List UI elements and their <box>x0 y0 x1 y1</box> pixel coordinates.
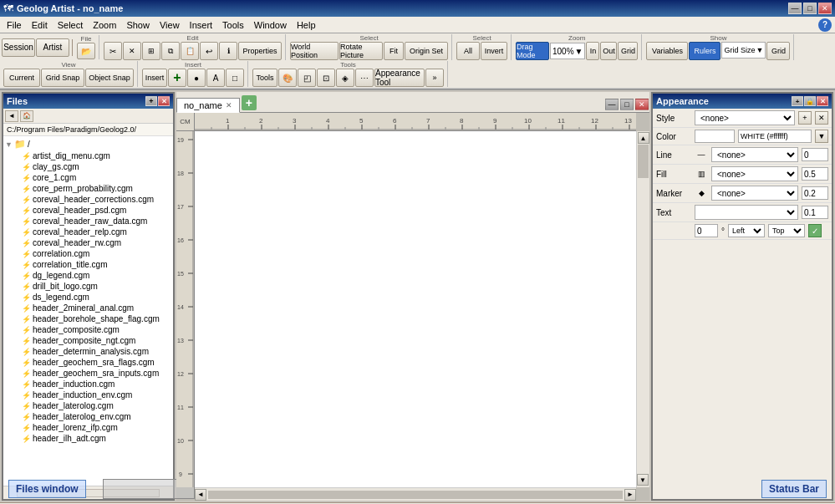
shape-circle-button[interactable]: ● <box>187 69 206 87</box>
fill-opacity-input[interactable] <box>802 167 828 181</box>
file-item[interactable]: ⚡ds_legend.cgm <box>5 292 171 303</box>
shape-sq-button[interactable]: □ <box>226 69 244 87</box>
text-select[interactable] <box>695 205 798 220</box>
marker-size-input[interactable] <box>802 186 828 200</box>
select-all-button[interactable]: All <box>456 42 480 60</box>
variables-button[interactable]: Variables <box>646 42 688 60</box>
fill-select[interactable]: <none> <box>711 166 798 181</box>
file-item[interactable]: ⚡header_induction.cgm <box>5 379 171 389</box>
menu-item-tools[interactable]: Tools <box>217 18 249 32</box>
menu-item-help[interactable]: Help <box>292 18 321 32</box>
file-item[interactable]: ⚡coreval_header_rw.cgm <box>5 237 171 248</box>
files-scrollbar-h[interactable] <box>3 486 173 499</box>
menu-item-window[interactable]: Window <box>249 18 292 32</box>
expand-toolbar-button[interactable]: » <box>425 69 444 87</box>
file-item[interactable]: ⚡header_borehole_shape_flag.cgm <box>5 313 171 324</box>
appearance-panel-close-button[interactable]: ✕ <box>817 96 828 106</box>
color-expand-btn[interactable]: ▼ <box>815 130 828 143</box>
file-item[interactable]: ⚡core_perm_probability.cgm <box>5 183 171 194</box>
align-left-select[interactable]: Left <box>728 224 765 237</box>
delete-button[interactable]: ✕ <box>123 42 141 60</box>
undo-button[interactable]: ↩ <box>200 42 218 60</box>
shape-text-button[interactable]: A <box>206 69 225 87</box>
file-item[interactable]: ⚡correlation_title.cgm <box>5 259 171 270</box>
invert-button[interactable]: Invert <box>481 42 507 60</box>
marker-select[interactable]: <none> <box>711 186 798 201</box>
grid-snap-button[interactable]: Grid Snap <box>41 69 84 87</box>
appearance-panel-lock-btn[interactable]: 🔒 <box>804 96 816 106</box>
rulers-button[interactable]: Rulers <box>689 42 720 60</box>
file-item[interactable]: ⚡header_2mineral_anal.cgm <box>5 303 171 313</box>
help-icon[interactable]: ? <box>818 18 832 32</box>
fit-button[interactable]: Fit <box>384 42 404 60</box>
file-item[interactable]: ⚡header_composite.cgm <box>5 324 171 335</box>
angle-input[interactable] <box>695 224 718 237</box>
canvas-win-min[interactable]: — <box>605 99 619 110</box>
root-folder[interactable]: ▼ 📁 / <box>5 138 171 150</box>
file-item[interactable]: ⚡core_1.cgm <box>5 172 171 183</box>
session-button[interactable]: Session <box>2 38 35 57</box>
tab-close-button[interactable]: ✕ <box>226 101 232 109</box>
canvas-drawing-area[interactable] <box>195 131 636 487</box>
zoom-mode-select[interactable]: 100%▼ <box>550 43 585 59</box>
tool-3-button[interactable]: ◈ <box>336 69 354 87</box>
insert-button[interactable]: Insert <box>142 69 167 87</box>
files-panel-add-button[interactable]: + <box>145 96 157 106</box>
style-del-btn[interactable]: ✕ <box>815 111 828 125</box>
open-file-button[interactable]: 📂 <box>77 43 95 59</box>
close-button[interactable]: ✕ <box>818 3 832 14</box>
paint-button[interactable]: 🎨 <box>278 69 297 87</box>
file-item[interactable]: ⚡drill_bit_logo.cgm <box>5 281 171 292</box>
file-item[interactable]: ⚡header_induction_env.cgm <box>5 389 171 400</box>
canvas-win-close[interactable]: ✕ <box>635 99 649 110</box>
menu-item-file[interactable]: File <box>2 18 27 32</box>
add-element-button[interactable]: + <box>168 69 186 87</box>
maximize-button[interactable]: □ <box>803 3 817 14</box>
edit-info-button[interactable]: ℹ <box>219 42 237 60</box>
canvas-scrollbar-h[interactable]: ◄ ► <box>195 487 636 501</box>
canvas-tab-no-name[interactable]: no_name ✕ <box>176 98 240 113</box>
grid-size-select[interactable]: Grid Size▼ <box>721 42 766 59</box>
line-select[interactable]: <none> <box>711 147 798 162</box>
file-item[interactable]: ⚡header_laterolog.cgm <box>5 400 171 411</box>
file-item[interactable]: ⚡coreval_header_corrections.cgm <box>5 194 171 205</box>
duplicate-button[interactable]: ⧉ <box>161 42 180 60</box>
file-item[interactable]: ⚡coreval_header_raw_data.cgm <box>5 216 171 227</box>
zoom-out-button[interactable]: Out <box>600 42 617 60</box>
add-tab-button[interactable]: + <box>242 95 257 110</box>
copy-button[interactable]: ⊞ <box>142 42 160 60</box>
tool-2-button[interactable]: ⊡ <box>317 69 335 87</box>
align-top-select[interactable]: Top <box>768 224 805 237</box>
origin-set-button[interactable]: Origin Set <box>405 42 448 60</box>
menu-item-edit[interactable]: Edit <box>27 18 53 32</box>
text-size-input[interactable] <box>802 206 828 219</box>
style-select[interactable]: <none> <box>695 110 795 125</box>
obj-snap-button[interactable]: Object Snap <box>85 69 134 87</box>
drag-mode-button[interactable]: Drag Mode <box>516 42 549 60</box>
cut-button[interactable]: ✂ <box>104 42 122 60</box>
file-item[interactable]: ⚡artist_dig_menu.cgm <box>5 150 171 161</box>
tree-back-button[interactable]: ◄ <box>5 110 18 122</box>
style-add-btn[interactable]: + <box>798 111 812 125</box>
rotate-picture-button[interactable]: Rotate Picture <box>339 42 383 60</box>
tools-button[interactable]: Tools <box>252 69 277 87</box>
grid-zoom-button[interactable]: Grid <box>618 42 638 60</box>
grid-button[interactable]: Grid <box>766 42 790 60</box>
file-item[interactable]: ⚡header_laterolog_env.cgm <box>5 411 171 422</box>
file-item[interactable]: ⚡correlation.cgm <box>5 248 171 259</box>
file-item[interactable]: ⚡header_geochem_sra_inputs.cgm <box>5 368 171 379</box>
menu-item-insert[interactable]: Insert <box>185 18 218 32</box>
files-tree[interactable]: ▼ 📁 / ⚡artist_dig_menu.cgm⚡clay_gs.cgm⚡c… <box>3 136 173 486</box>
file-item[interactable]: ⚡coreval_header_psd.cgm <box>5 205 171 216</box>
menu-item-select[interactable]: Select <box>53 18 89 32</box>
artist-button[interactable]: Artist <box>36 38 69 57</box>
paste-button[interactable]: 📋 <box>181 42 199 60</box>
minimize-button[interactable]: — <box>788 3 802 14</box>
menu-item-zoom[interactable]: Zoom <box>88 18 121 32</box>
file-item[interactable]: ⚡header_lorenz_ifp.cgm <box>5 422 171 433</box>
file-item[interactable]: ⚡header_determin_analysis.cgm <box>5 346 171 357</box>
menu-item-view[interactable]: View <box>155 18 185 32</box>
files-panel-close-button[interactable]: ✕ <box>158 96 170 106</box>
file-item[interactable]: ⚡clay_gs.cgm <box>5 161 171 172</box>
canvas-win-max[interactable]: □ <box>620 99 634 110</box>
